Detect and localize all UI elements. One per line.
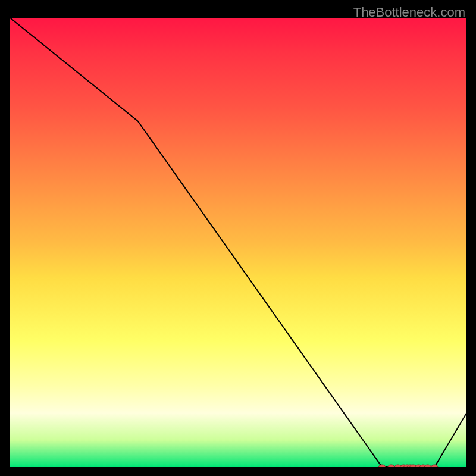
chart-line xyxy=(10,18,466,467)
chart-marker xyxy=(424,465,431,467)
chart-plot-area xyxy=(10,18,466,467)
chart-marker xyxy=(388,465,394,467)
chart-marker xyxy=(379,465,386,467)
chart-svg xyxy=(10,18,466,467)
chart-markers xyxy=(379,465,438,467)
watermark-text: TheBottleneck.com xyxy=(353,5,465,20)
chart-marker xyxy=(431,465,438,467)
